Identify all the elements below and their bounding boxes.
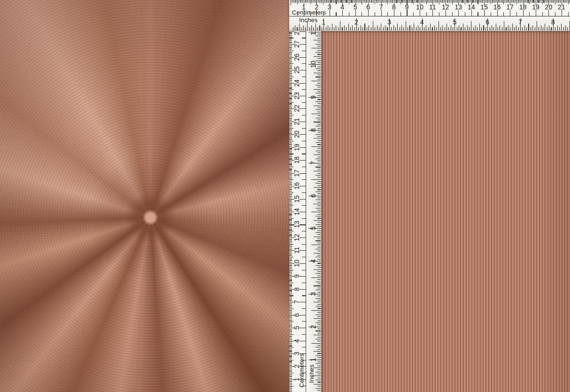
cm-tick: [413, 0, 414, 4]
cm-tick: [425, 0, 425, 3]
cm-tick: [289, 114, 292, 114]
inch-tick: [317, 300, 321, 300]
cm-tick: [289, 39, 292, 39]
cm-tick: [289, 342, 292, 342]
inch-tick: [317, 255, 321, 255]
cm-tick: [289, 42, 292, 42]
cm-tick: [289, 339, 292, 340]
cm-tick: [408, 0, 408, 3]
cm-tick: [289, 361, 292, 361]
inch-tick: [362, 27, 363, 31]
cm-tick: [371, 0, 371, 3]
inch-tick: [383, 27, 384, 31]
inch-tick: [317, 120, 321, 120]
cm-tick: [289, 364, 292, 364]
inch-tick: [381, 23, 381, 31]
cm-tick: [520, 0, 521, 3]
cm-tick: [289, 37, 292, 37]
inch-tick: [317, 99, 321, 100]
inch-tick: [397, 23, 398, 31]
inch-tick: [316, 372, 321, 372]
cm-tick: [502, 0, 503, 3]
inch-tick: [430, 23, 431, 31]
cm-number: 11: [429, 4, 436, 10]
cm-tick: [349, 0, 349, 4]
cm-number: 18: [519, 4, 527, 10]
cm-tick: [515, 0, 516, 3]
inch-number: 11: [310, 31, 316, 35]
cm-tick: [289, 105, 292, 105]
cm-tick: [289, 300, 292, 301]
inch-tick: [317, 353, 321, 354]
cm-number: 15: [480, 4, 488, 10]
cm-tick: [440, 0, 441, 3]
cm-number: 23: [293, 92, 300, 100]
cm-tick: [289, 63, 293, 64]
cm-tick: [289, 97, 292, 98]
cm-tick: [313, 0, 313, 3]
cm-tick: [448, 0, 448, 3]
cm-tick: [362, 12, 362, 16]
cm-number: 17: [293, 169, 300, 177]
inch-tick: [317, 75, 321, 75]
cm-tick: [416, 0, 416, 3]
cm-tick: [289, 88, 292, 88]
cm-tick: [412, 0, 412, 3]
cm-tick: [289, 283, 293, 283]
cm-tick: [289, 288, 292, 288]
cm-tick: [524, 0, 524, 3]
cm-tick: [537, 0, 538, 3]
cm-tick: [463, 0, 464, 3]
cm-tick: [319, 0, 320, 3]
cm-tick: [289, 382, 292, 382]
cm-tick: [289, 139, 292, 140]
cm-tick: [289, 218, 293, 219]
cm-tick: [460, 0, 460, 3]
cm-tick: [503, 12, 504, 16]
cm-tick: [472, 0, 473, 3]
cm-tick: [439, 0, 439, 4]
inch-tick: [518, 27, 519, 31]
inch-tick: [322, 27, 322, 31]
inch-tick: [317, 304, 321, 305]
cm-tick: [542, 12, 543, 16]
cm-tick: [302, 0, 303, 3]
cm-tick: [370, 0, 370, 3]
cm-number: 10: [293, 260, 300, 267]
inch-tick: [342, 27, 342, 31]
cm-tick: [302, 128, 306, 129]
inch-tick: [305, 27, 306, 31]
cm-number: 5: [354, 4, 357, 10]
cm-tick: [500, 0, 500, 3]
cm-number: 14: [293, 208, 300, 215]
inch-tick: [317, 62, 321, 63]
cm-tick: [480, 0, 481, 3]
cm-tick: [346, 0, 347, 3]
inch-tick: [314, 73, 321, 73]
inch-tick: [316, 200, 321, 200]
cm-tick: [289, 165, 292, 166]
cm-tick: [564, 0, 564, 3]
cm-tick: [302, 77, 306, 77]
inch-tick: [563, 27, 564, 31]
cm-tick: [340, 0, 340, 3]
cm-tick: [289, 307, 292, 307]
inch-tick: [317, 329, 321, 329]
cm-tick: [289, 312, 292, 313]
inch-tick: [555, 27, 555, 31]
cm-tick: [528, 0, 528, 3]
cm-tick: [373, 0, 374, 3]
cm-tick: [289, 352, 292, 353]
cm-tick: [289, 40, 292, 41]
cm-tick: [478, 0, 478, 4]
cm-tick: [289, 131, 292, 131]
inch-tick: [334, 27, 334, 31]
cm-tick: [289, 286, 292, 287]
inch-tick: [317, 292, 321, 292]
cm-tick: [475, 0, 476, 3]
inch-tick: [317, 284, 321, 284]
cm-tick: [409, 0, 410, 3]
cm-tick: [302, 141, 306, 141]
inch-tick: [317, 173, 321, 174]
cm-tick: [328, 0, 329, 3]
